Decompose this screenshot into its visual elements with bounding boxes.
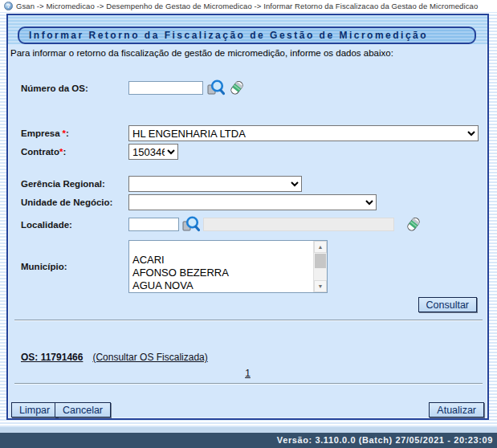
unidade-negocio-label: Unidade de Negócio: bbox=[21, 198, 128, 207]
clear-os-icon[interactable] bbox=[227, 79, 246, 97]
empresa-label: Empresa*: bbox=[21, 128, 128, 138]
municipio-row: Município: ACARI AFONSO BEZERRA AGUA NOV… bbox=[21, 240, 479, 293]
list-item[interactable] bbox=[129, 241, 313, 254]
list-item[interactable]: AFONSO BEZERRA bbox=[129, 267, 313, 279]
main-panel: Informar Retorno da Fiscalização de Gest… bbox=[6, 14, 489, 420]
gerencia-regional-row: Gerência Regional: bbox=[21, 176, 479, 192]
empresa-select[interactable]: HL ENGENHARIA LTDA bbox=[128, 125, 479, 141]
intro-text: Para informar o retorno da fiscalização … bbox=[10, 48, 393, 58]
unidade-negocio-select[interactable] bbox=[128, 194, 377, 210]
page-number-link[interactable]: 1 bbox=[245, 368, 251, 379]
contrato-row: Contrato*: 150346 bbox=[21, 144, 479, 160]
list-item[interactable]: ACARI bbox=[129, 254, 313, 267]
unidade-negocio-row: Unidade de Negócio: bbox=[21, 194, 479, 210]
divider bbox=[14, 383, 483, 385]
municipio-label: Município: bbox=[21, 262, 128, 271]
localidade-label: Localidade: bbox=[21, 220, 128, 230]
version-footer: Versão: 3.110.0.0 (Batch) 27/05/2021 - 2… bbox=[0, 433, 497, 448]
header-band: Informar Retorno da Fiscalização de Gest… bbox=[8, 15, 487, 44]
numero-os-row: Número da OS: bbox=[21, 79, 479, 97]
breadcrumb: ? Gsan -> Micromedicao -> Desempenho de … bbox=[0, 0, 497, 12]
breadcrumb-text: Gsan -> Micromedicao -> Desempenho de Ge… bbox=[16, 2, 478, 10]
clear-localidade-icon[interactable] bbox=[404, 215, 422, 234]
municipio-options: ACARI AFONSO BEZERRA AGUA NOVA bbox=[129, 241, 313, 292]
empresa-row: Empresa*: HL ENGENHARIA LTDA bbox=[21, 125, 479, 141]
listbox-scrollbar[interactable]: ▲ ▼ bbox=[313, 241, 327, 292]
consultar-button[interactable]: Consultar bbox=[418, 297, 478, 312]
list-item[interactable]: AGUA NOVA bbox=[129, 279, 313, 292]
cancelar-button[interactable]: Cancelar bbox=[55, 402, 111, 417]
scrollbar-thumb[interactable] bbox=[315, 254, 326, 268]
municipio-listbox[interactable]: ACARI AFONSO BEZERRA AGUA NOVA ▲ ▼ bbox=[128, 240, 328, 293]
contrato-select[interactable]: 150346 bbox=[128, 144, 178, 160]
pagination: 1 bbox=[8, 365, 487, 380]
divider bbox=[14, 320, 483, 321]
scrollbar-track[interactable] bbox=[314, 269, 327, 280]
help-icon[interactable]: ? bbox=[4, 2, 13, 10]
numero-os-label: Número da OS: bbox=[21, 83, 128, 93]
localidade-row: Localidade: bbox=[21, 215, 479, 234]
localidade-descricao-field bbox=[203, 218, 394, 231]
localidade-input[interactable] bbox=[128, 218, 179, 231]
page-title: Informar Retorno da Fiscalização de Gest… bbox=[18, 26, 476, 44]
scroll-up-icon[interactable]: ▲ bbox=[314, 241, 327, 253]
search-os-icon[interactable] bbox=[206, 79, 225, 97]
search-localidade-icon[interactable] bbox=[181, 215, 200, 234]
numero-os-input[interactable] bbox=[128, 81, 203, 95]
contrato-label: Contrato*: bbox=[21, 147, 128, 157]
gerencia-regional-label: Gerência Regional: bbox=[21, 179, 128, 189]
footer-accent-strip bbox=[0, 427, 497, 433]
limpar-button[interactable]: Limpar bbox=[11, 402, 58, 417]
consultar-os-fiscalizada-link[interactable]: (Consultar OS Fiscalizada) bbox=[92, 352, 207, 363]
atualizar-button[interactable]: Atualizar bbox=[429, 402, 484, 417]
os-result-row: OS: 11791466 (Consultar OS Fiscalizada) bbox=[21, 352, 208, 363]
os-number-link[interactable]: OS: 11791466 bbox=[21, 352, 83, 363]
scroll-down-icon[interactable]: ▼ bbox=[314, 280, 327, 292]
gerencia-regional-select[interactable] bbox=[128, 176, 302, 192]
